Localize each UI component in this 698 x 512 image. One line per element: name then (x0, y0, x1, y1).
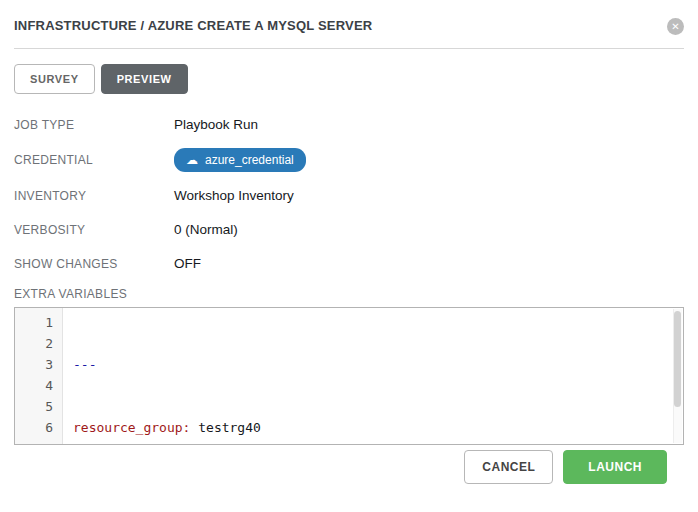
detail-row-job-type: JOB TYPE Playbook Run (14, 114, 684, 135)
detail-label: JOB TYPE (14, 118, 174, 132)
extra-variables-label: EXTRA VARIABLES (14, 287, 684, 301)
detail-row-credential: CREDENTIAL ☁ azure_credential (14, 148, 684, 172)
modal-header: INFRASTRUCTURE / AZURE CREATE A MYSQL SE… (14, 14, 684, 49)
detail-row-inventory: INVENTORY Workshop Inventory (14, 185, 684, 206)
line-number: 2 (15, 333, 53, 354)
line-number: 4 (15, 375, 53, 396)
detail-label: INVENTORY (14, 189, 174, 203)
tab-preview[interactable]: PREVIEW (101, 64, 188, 94)
close-icon[interactable]: ✕ (667, 18, 684, 35)
modal-title: INFRASTRUCTURE / AZURE CREATE A MYSQL SE… (14, 18, 372, 33)
yaml-doc-separator: --- (73, 357, 96, 372)
editor-code: --- resource_group: testrg40 location: e… (63, 308, 683, 444)
yaml-value: testrg40 (190, 420, 260, 435)
launch-preview-modal: INFRASTRUCTURE / AZURE CREATE A MYSQL SE… (0, 0, 698, 512)
line-number: 5 (15, 396, 53, 417)
line-number: 3 (15, 354, 53, 375)
code-line: --- (73, 354, 683, 375)
cloud-icon: ☁ (186, 154, 198, 166)
show-changes-value: OFF (174, 256, 201, 271)
job-type-value: Playbook Run (174, 117, 258, 132)
detail-label: SHOW CHANGES (14, 257, 174, 271)
verbosity-value: 0 (Normal) (174, 222, 238, 237)
credential-badge[interactable]: ☁ azure_credential (174, 148, 306, 172)
credential-name: azure_credential (205, 153, 294, 167)
editor-scrollbar[interactable] (673, 309, 682, 443)
job-details: JOB TYPE Playbook Run CREDENTIAL ☁ azure… (14, 114, 684, 274)
detail-label: VERBOSITY (14, 223, 174, 237)
editor-scrollbar-thumb[interactable] (674, 311, 681, 407)
line-number: 6 (15, 417, 53, 438)
editor-line-numbers: 1 2 3 4 5 6 7 (15, 308, 63, 444)
code-line: resource_group: testrg40 (73, 417, 683, 438)
launch-button[interactable]: LAUNCH (563, 450, 667, 484)
tab-bar: SURVEY PREVIEW (14, 64, 684, 94)
inventory-value: Workshop Inventory (174, 188, 294, 203)
line-number: 7 (15, 438, 53, 445)
detail-label: CREDENTIAL (14, 153, 174, 167)
cancel-button[interactable]: CANCEL (464, 450, 553, 484)
tab-survey[interactable]: SURVEY (14, 64, 95, 94)
yaml-key: resource_group: (73, 420, 190, 435)
modal-footer: CANCEL LAUNCH (464, 450, 667, 484)
detail-row-verbosity: VERBOSITY 0 (Normal) (14, 219, 684, 240)
extra-variables-editor[interactable]: 1 2 3 4 5 6 7 --- resource_group: testrg… (14, 307, 684, 445)
detail-row-show-changes: SHOW CHANGES OFF (14, 253, 684, 274)
line-number: 1 (15, 312, 53, 333)
